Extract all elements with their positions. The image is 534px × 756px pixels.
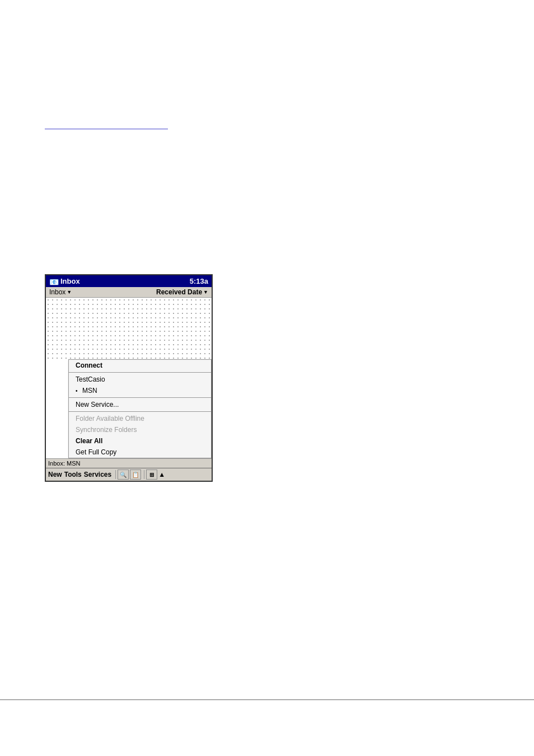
title-bar-left: 📧 Inbox	[49, 277, 80, 285]
menu-item-new-service[interactable]: New Service...	[69, 399, 211, 410]
content-area: Connect TestCasio • MSN New Service... F…	[46, 298, 212, 458]
search-icon-button[interactable]: 🔍	[118, 469, 129, 480]
window-time: 5:13a	[190, 277, 208, 285]
new-button[interactable]: New	[48, 471, 62, 478]
status-bar: Inbox: MSN	[46, 458, 212, 468]
folder-dropdown-button[interactable]: Inbox ▼	[49, 288, 72, 296]
menu-separator-2	[69, 397, 211, 398]
scroll-up-button[interactable]: ▲	[158, 471, 165, 478]
status-text: Inbox: MSN	[48, 460, 80, 467]
msn-line	[211, 391, 212, 391]
dotted-background	[46, 298, 212, 359]
menu-item-get-full-copy[interactable]: Get Full Copy	[69, 447, 211, 458]
menu-separator-3	[69, 411, 211, 412]
inbox-icon: 📧	[49, 278, 58, 285]
context-menu: Connect TestCasio • MSN New Service... F…	[68, 359, 212, 458]
folder-label: Inbox	[49, 288, 65, 296]
menu-item-folder-available[interactable]: Folder Available Offline	[69, 413, 211, 424]
menu-item-connect[interactable]: Connect	[69, 360, 211, 371]
tools-button[interactable]: Tools	[64, 471, 82, 478]
toolbar-row: Inbox ▼ Received Date ▼	[46, 287, 212, 298]
copy-icon-button[interactable]: 📋	[130, 469, 141, 480]
toolbar-separator	[115, 470, 116, 479]
sort-dropdown-button[interactable]: Received Date ▼	[156, 288, 208, 296]
bottom-toolbar: New Tools Services 🔍 📋 ⊞ ▲	[46, 468, 212, 481]
menu-item-synchronize[interactable]: Synchronize Folders	[69, 424, 211, 435]
toolbar-separator-2	[144, 470, 144, 479]
grid-view-button[interactable]: ⊞	[146, 469, 157, 480]
title-bar: 📧 Inbox 5:13a	[46, 275, 212, 287]
menu-item-testcasio[interactable]: TestCasio	[69, 374, 211, 385]
menu-item-msn[interactable]: • MSN	[69, 385, 211, 396]
window-title: Inbox	[60, 277, 80, 285]
bottom-page-line	[0, 699, 534, 700]
folder-dropdown-arrow: ▼	[67, 289, 72, 295]
menu-item-clear-all[interactable]: Clear All	[69, 435, 211, 447]
services-button[interactable]: Services	[84, 471, 111, 478]
msn-label: MSN	[82, 387, 97, 395]
sort-dropdown-arrow: ▼	[203, 289, 208, 295]
menu-separator-1	[69, 372, 211, 373]
sort-label: Received Date	[156, 288, 202, 296]
msn-bullet: •	[76, 388, 82, 394]
top-underline	[45, 129, 168, 129]
inbox-window: 📧 Inbox 5:13a Inbox ▼ Received Date ▼ Co…	[45, 274, 213, 482]
